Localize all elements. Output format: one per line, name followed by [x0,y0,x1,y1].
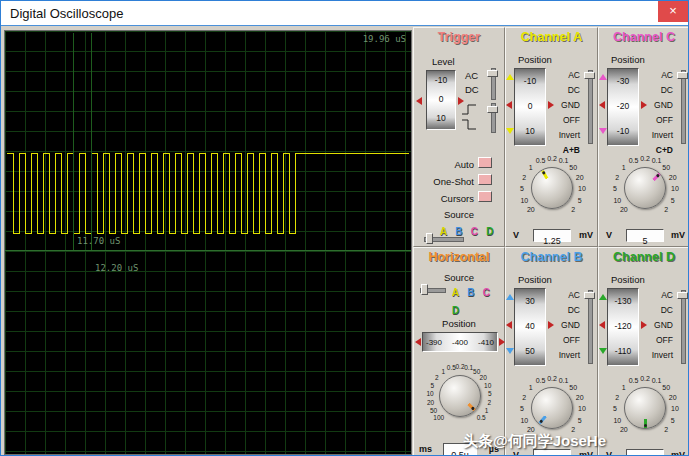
channel-a-position-up-arrow[interactable] [506,74,514,80]
coupling-invert[interactable]: Invert [643,348,673,363]
channel-b-coupling-slider[interactable] [584,290,595,364]
knob-scale-label: 1 [441,368,445,375]
trigger-panel-title: Trigger [414,30,504,44]
coupling-off[interactable]: OFF [550,113,580,128]
channel-c-gain-knob[interactable] [624,167,666,209]
slider-handle[interactable] [584,292,595,299]
trigger-oneshot-button[interactable] [478,174,492,185]
channel-b-position-thumbwheel[interactable]: 30 40 50 [514,288,546,366]
timebase-knob[interactable] [439,375,481,417]
horizontal-position-thumbwheel[interactable]: -390 -400 -410 [422,332,498,352]
channel-a-position-thumbwheel[interactable]: -10 0 10 [514,68,546,146]
knob-scale-label: 20 [620,206,628,213]
channel-d-volts-label: V [606,450,612,456]
channel-c-position-thumbwheel[interactable]: -30 -20 -10 [607,68,639,146]
channel-c-position-up-arrow[interactable] [599,74,607,80]
coupling-ac[interactable]: AC [550,68,580,83]
channel-d-position-label: Position [611,274,645,285]
source-letter-b: B [465,287,476,298]
coupling-off[interactable]: OFF [550,333,580,348]
slider-handle[interactable] [426,233,433,244]
knob-scale-label: 10 [671,405,679,412]
channel-a-position-down-arrow[interactable] [506,128,514,134]
channel-b-position-left-arrow[interactable] [506,321,512,329]
channel-a-coupling-slider[interactable] [584,70,595,144]
channel-c-position-down-arrow[interactable] [599,128,607,134]
time-readout: 19.96 uS [363,34,406,44]
knob-scale-label: 0.2 [640,155,650,162]
channel-c-position-left-arrow[interactable] [599,101,605,109]
channel-a-panel: Channel A Position -10 0 10 AC DC GND OF… [505,27,598,247]
knob-scale-label: 1 [622,383,626,390]
channel-b-gain-knob[interactable] [531,387,573,429]
coupling-dc[interactable]: DC [550,83,580,98]
trigger-auto-button[interactable] [478,157,492,168]
coupling-dc[interactable]: DC [643,303,673,318]
coupling-dc[interactable]: DC [550,303,580,318]
coupling-dc[interactable]: DC [643,83,673,98]
channel-b-position-up-arrow[interactable] [506,294,514,300]
channel-d-position-up-arrow[interactable] [599,294,607,300]
channel-c-gain-display: 5 [626,229,664,242]
coupling-gnd[interactable]: GND [643,318,673,333]
trigger-panel: Trigger Level -10 0 10 AC DC Auto One-Sh… [413,27,505,247]
slider-handle[interactable] [421,284,428,295]
channel-c-title: Channel C [599,30,689,44]
coupling-invert[interactable]: Invert [550,348,580,363]
trigger-edge-slider[interactable] [487,103,498,133]
channel-c-coupling-slider[interactable] [677,70,688,144]
channel-d-position-down-arrow[interactable] [599,348,607,354]
knob-scale-label: 0.2 [455,363,464,370]
knob-scale-label: 20 [527,206,535,213]
coupling-off[interactable]: OFF [643,113,673,128]
channel-d-mv-label: mV [671,450,685,456]
channel-b-position-down-arrow[interactable] [506,348,514,354]
coupling-invert[interactable]: Invert [643,128,673,143]
channel-d-knob-area: 20105210.50.20.150201052 [599,368,689,448]
close-button[interactable]: × [658,1,688,22]
channel-d-title: Channel D [599,250,689,264]
channel-c-knob-area: 20105210.50.20.150201052 [599,148,689,228]
channel-c-knob-pointer [630,173,660,203]
cursor-line-1[interactable] [73,33,74,250]
coupling-gnd[interactable]: GND [643,98,673,113]
coupling-gnd[interactable]: GND [550,98,580,113]
slider-handle[interactable] [487,70,498,77]
horizontal-panel-title: Horizontal [414,250,504,264]
channel-a-knob-pointer [541,170,564,206]
coupling-ac[interactable]: AC [550,288,580,303]
channel-a-gain-knob[interactable] [531,167,573,209]
trigger-coupling-slider[interactable] [487,68,498,100]
knob-scale-label: 50 [662,163,670,170]
horizontal-position-left-arrow[interactable] [415,338,421,346]
cursor-line-2[interactable] [91,33,92,250]
knob-scale-label: 2 [522,393,526,400]
coupling-ac[interactable]: AC [643,288,673,303]
slider-handle[interactable] [487,106,498,113]
trigger-level-thumbwheel[interactable]: -10 0 10 [426,70,456,130]
channel-d-coupling-slider[interactable] [677,290,688,364]
horizontal-source-letters: A B C D [450,282,504,318]
slider-handle[interactable] [677,72,688,79]
coupling-off[interactable]: OFF [643,333,673,348]
coupling-invert[interactable]: Invert [550,128,580,143]
coupling-ac[interactable]: AC [643,68,673,83]
knob-scale-label: 10 [578,185,586,192]
channel-d-position-thumbwheel[interactable]: -130 -120 -110 [607,288,639,366]
trigger-cursors-button[interactable] [478,191,492,202]
horizontal-source-slider[interactable] [420,284,446,295]
knob-scale-label: 5 [430,381,434,388]
trigger-source-slider[interactable] [424,233,464,244]
channel-d-gain-knob[interactable] [624,387,666,429]
coupling-gnd[interactable]: GND [550,318,580,333]
channel-c-mv-label: mV [671,230,685,240]
channel-d-position-left-arrow[interactable] [599,321,605,329]
channel-d-gain-display: 5 [626,449,664,456]
channel-a-position-left-arrow[interactable] [506,101,512,109]
trigger-level-left-arrow[interactable] [416,97,422,105]
trigger-edge-icons [460,102,478,132]
position-value: -120 [608,314,638,339]
slider-handle[interactable] [584,72,595,79]
knob-scale-label: 100 [433,414,444,421]
slider-handle[interactable] [677,292,688,299]
